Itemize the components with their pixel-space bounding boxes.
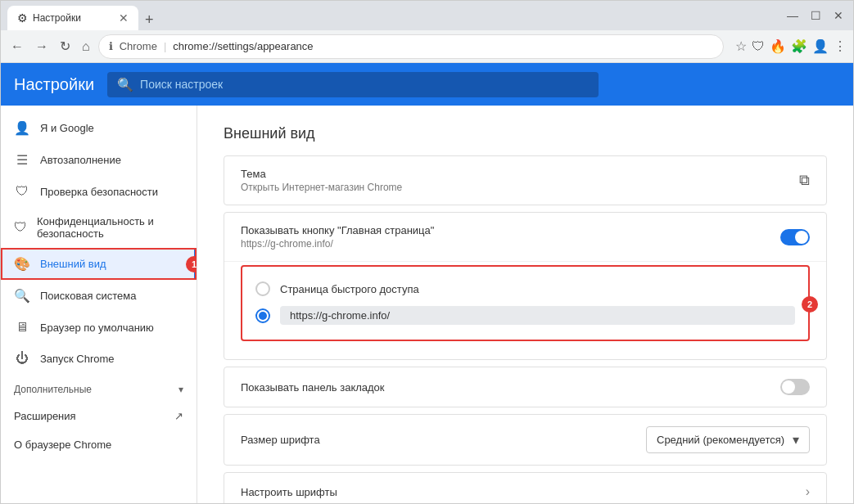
sidebar-item-search[interactable]: 🔍 Поисковая система: [1, 280, 197, 312]
account-icon[interactable]: 👤: [812, 38, 829, 54]
sidebar-label-safety: Проверка безопасности: [40, 186, 158, 198]
address-secure-icon: ℹ: [109, 40, 113, 52]
address-prefix: Chrome: [120, 40, 157, 52]
sidebar-item-google[interactable]: 👤 Я и Google: [1, 112, 197, 144]
default-browser-icon: 🖥: [14, 320, 30, 335]
sidebar-label-browser: Браузер по умолчанию: [40, 322, 154, 334]
new-tab-button[interactable]: +: [138, 9, 160, 30]
font-size-dropdown[interactable]: Средний (рекомендуется) ▾: [646, 426, 810, 453]
sidebar-item-autofill[interactable]: ☰ Автозаполнение: [1, 144, 197, 176]
sidebar: 👤 Я и Google ☰ Автозаполнение 🛡 Проверка…: [1, 106, 197, 503]
search-placeholder: Поиск настроек: [140, 78, 223, 91]
sidebar-item-extensions[interactable]: Расширения ↗: [1, 402, 197, 430]
autofill-icon: ☰: [14, 152, 30, 168]
radio-label-1: Страница быстрого доступа: [280, 283, 419, 295]
font-size-value: Средний (рекомендуется): [657, 434, 784, 446]
homepage-row: Показывать кнопку "Главная страница" htt…: [224, 213, 826, 262]
settings-title: Настройки: [14, 75, 94, 94]
dropdown-arrow-icon: ▾: [793, 432, 799, 448]
search-icon: 🔍: [117, 77, 133, 92]
startup-icon: ⏻: [14, 351, 30, 366]
title-bar: ⚙ Настройки ✕ + — ☐ ✕: [1, 1, 853, 30]
fire-icon[interactable]: 🔥: [770, 38, 786, 54]
sidebar-label-about: О браузере Chrome: [14, 439, 111, 451]
appearance-icon: 🎨: [14, 256, 30, 272]
homepage-label: Показывать кнопку "Главная страница": [241, 224, 770, 236]
homepage-text: Показывать кнопку "Главная страница" htt…: [241, 224, 770, 250]
content-area: Внешний вид Тема Открыть Интернет-магази…: [197, 106, 853, 503]
radio-section: 2 Страница быстрого доступа https://g-ch…: [241, 265, 810, 341]
font-size-label: Размер шрифта: [241, 434, 636, 446]
external-open-icon[interactable]: ⧉: [799, 172, 810, 189]
bookmarks-label: Показывать панель закладок: [241, 381, 770, 394]
sidebar-item-default-browser[interactable]: 🖥 Браузер по умолчанию: [1, 312, 197, 343]
chevron-down-icon: ▾: [178, 384, 183, 395]
tab-favicon: ⚙: [17, 11, 28, 25]
font-size-card: Размер шрифта Средний (рекомендуется) ▾: [224, 414, 827, 466]
radio-option-1[interactable]: Страница быстрого доступа: [255, 277, 795, 301]
sidebar-item-privacy[interactable]: 🛡 Конфиденциальность и безопасность: [1, 207, 197, 248]
bookmarks-card: Показывать панель закладок: [224, 367, 827, 407]
sidebar-item-appearance[interactable]: 🎨 Внешний вид 1: [1, 248, 197, 280]
bookmark-star-icon[interactable]: ☆: [735, 38, 747, 54]
search-box[interactable]: 🔍 Поиск настроек: [107, 72, 599, 97]
customize-fonts-row[interactable]: Настроить шрифты ›: [224, 473, 826, 503]
address-input[interactable]: ℹ Chrome | chrome://settings/appearance: [98, 34, 724, 59]
bookmarks-row: Показывать панель закладок: [224, 367, 826, 407]
radio-circle-2[interactable]: [255, 308, 270, 323]
reload-button[interactable]: ↻: [56, 35, 74, 57]
settings-header: Настройки 🔍 Поиск настроек: [1, 63, 853, 106]
external-link-icon: ↗: [174, 410, 183, 422]
font-size-row: Размер шрифта Средний (рекомендуется) ▾: [224, 415, 826, 465]
radio-option-2[interactable]: https://g-chrome.info/: [255, 301, 795, 330]
maximize-button[interactable]: ☐: [807, 7, 824, 24]
address-bar: ← → ↻ ⌂ ℹ Chrome | chrome://settings/app…: [1, 30, 853, 63]
sidebar-item-startup[interactable]: ⏻ Запуск Chrome: [1, 343, 197, 374]
customize-fonts-label: Настроить шрифты: [241, 486, 796, 498]
radio-circle-1[interactable]: [255, 281, 270, 296]
homepage-sublabel: https://g-chrome.info/: [241, 238, 770, 250]
close-button[interactable]: ✕: [830, 7, 847, 24]
menu-icon[interactable]: ⋮: [834, 38, 847, 54]
sidebar-label-autofill: Автозаполнение: [40, 154, 121, 166]
sidebar-label-extensions: Расширения: [14, 410, 76, 422]
sidebar-label-search: Поисковая система: [40, 290, 137, 302]
minimize-button[interactable]: —: [784, 7, 801, 24]
sidebar-label-appearance: Внешний вид: [40, 258, 106, 270]
chevron-right-icon: ›: [806, 484, 810, 499]
person-icon: 👤: [14, 120, 30, 136]
font-size-text: Размер шрифта: [241, 434, 636, 446]
sidebar-label-startup: Запуск Chrome: [40, 353, 115, 365]
forward-button[interactable]: →: [32, 36, 52, 57]
radio-url-input[interactable]: https://g-chrome.info/: [280, 306, 795, 325]
customize-fonts-card: Настроить шрифты ›: [224, 472, 827, 503]
settings-wrapper: Настройки 🔍 Поиск настроек 👤 Я и Google …: [1, 63, 853, 503]
sidebar-additional[interactable]: Дополнительные ▾: [1, 377, 197, 402]
theme-text: Тема Открыть Интернет-магазин Chrome: [241, 168, 789, 193]
bookmarks-toggle[interactable]: [780, 379, 810, 395]
address-icons: ☆ 🛡 🔥 🧩 👤 ⋮: [735, 38, 847, 54]
safety-icon: 🛡: [14, 184, 30, 199]
sidebar-item-about[interactable]: О браузере Chrome: [1, 430, 197, 459]
sidebar-label-google: Я и Google: [40, 122, 94, 134]
section-title: Внешний вид: [224, 125, 827, 142]
theme-row: Тема Открыть Интернет-магазин Chrome ⧉: [224, 156, 826, 205]
privacy-icon: 🛡: [14, 220, 27, 235]
bookmarks-text: Показывать панель закладок: [241, 381, 770, 394]
customize-fonts-text: Настроить шрифты: [241, 486, 796, 498]
settings-body: 👤 Я и Google ☰ Автозаполнение 🛡 Проверка…: [1, 106, 853, 503]
theme-card: Тема Открыть Интернет-магазин Chrome ⧉: [224, 155, 827, 205]
active-tab[interactable]: ⚙ Настройки ✕: [7, 6, 138, 30]
address-url: chrome://settings/appearance: [173, 40, 313, 52]
home-button[interactable]: ⌂: [79, 36, 93, 57]
theme-sublabel: Открыть Интернет-магазин Chrome: [241, 182, 789, 193]
tab-close-button[interactable]: ✕: [119, 11, 129, 25]
puzzle-icon[interactable]: 🧩: [791, 38, 807, 54]
annotation-badge: 2: [802, 296, 818, 313]
homepage-card: Показывать кнопку "Главная страница" htt…: [224, 212, 827, 360]
shield-icon[interactable]: 🛡: [752, 39, 765, 54]
homepage-toggle[interactable]: [780, 229, 810, 245]
sidebar-item-safety[interactable]: 🛡 Проверка безопасности: [1, 176, 197, 207]
tab-bar: ⚙ Настройки ✕ +: [7, 1, 775, 30]
back-button[interactable]: ←: [7, 36, 27, 57]
